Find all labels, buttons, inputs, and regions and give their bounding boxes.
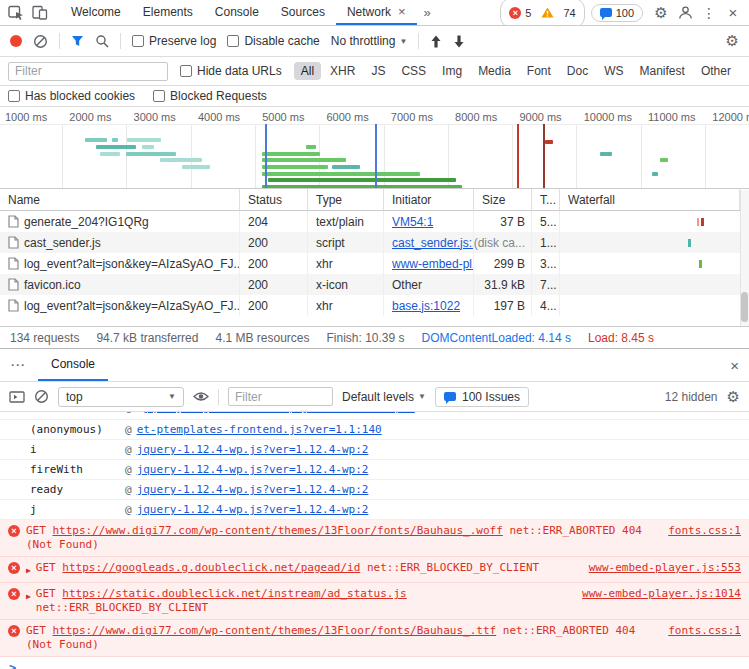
column-header-status[interactable]: Status	[240, 189, 308, 210]
source-link[interactable]: jquery-migrate-1.4.1-wp.js?ver=1.4.1-wp:…	[143, 412, 415, 414]
network-filter-input[interactable]	[8, 62, 168, 81]
console-error-row[interactable]: ×▶GET https://googleads.g.doubleclick.ne…	[0, 557, 749, 583]
has-blocked-cookies-checkbox[interactable]: Has blocked cookies	[8, 89, 135, 103]
log-levels-dropdown[interactable]: Default levels ▼	[342, 390, 426, 404]
type-filter-media[interactable]: Media	[471, 62, 518, 80]
stack-frame-row[interactable]: ready@jquery-1.12.4-wp.js?ver=1.12.4-wp:…	[0, 480, 749, 500]
stack-frame-row[interactable]: i@jquery-1.12.4-wp.js?ver=1.12.4-wp:2	[0, 440, 749, 460]
request-row[interactable]: log_event?alt=json&key=AIzaSyAO_FJ...200…	[0, 295, 740, 316]
issues-badge[interactable]: 100	[591, 4, 643, 22]
type-filter-img[interactable]: Img	[435, 62, 469, 80]
error-source-link[interactable]: www-embed-player.js:553	[589, 561, 741, 575]
column-header-size[interactable]: Size	[474, 189, 532, 210]
close-drawer-icon[interactable]: ×	[730, 357, 739, 374]
console-settings-gear-icon[interactable]: ⚙	[727, 388, 740, 406]
overview-waterfall-bar	[127, 138, 161, 142]
tab-console[interactable]: Console	[204, 0, 270, 25]
table-scrollbar[interactable]	[740, 190, 749, 326]
hide-data-urls-checkbox[interactable]: Hide data URLs	[180, 64, 282, 78]
column-header-initiator[interactable]: Initiator	[384, 189, 474, 210]
drawer-tab-console[interactable]: Console	[38, 349, 108, 381]
create-live-expression-eye-icon[interactable]	[193, 391, 209, 402]
network-filter-funnel-icon[interactable]	[71, 35, 84, 47]
profile-icon[interactable]	[673, 1, 697, 25]
type-filter-ws[interactable]: WS	[597, 62, 630, 80]
initiator-link[interactable]: VM54:1	[392, 215, 433, 229]
type-filter-font[interactable]: Font	[520, 62, 558, 80]
drawer-menu-dots-icon[interactable]: ⋯	[10, 356, 26, 374]
type-filter-manifest[interactable]: Manifest	[633, 62, 692, 80]
clear-console-icon[interactable]	[34, 389, 49, 404]
source-link[interactable]: jquery-1.12.4-wp.js?ver=1.12.4-wp:2	[137, 463, 369, 476]
tab-label: Welcome	[71, 5, 121, 19]
clear-network-log-icon[interactable]	[33, 34, 48, 49]
column-header-waterfall[interactable]: Waterfall	[560, 189, 740, 210]
error-source-link[interactable]: fonts.css:1	[668, 524, 741, 538]
source-link[interactable]: jquery-1.12.4-wp.js?ver=1.12.4-wp:2	[137, 503, 369, 516]
expand-triangle-icon[interactable]: ▶	[26, 564, 31, 578]
source-link[interactable]: jquery-1.12.4-wp.js?ver=1.12.4-wp:2	[137, 483, 369, 496]
import-har-icon[interactable]	[430, 35, 442, 48]
expand-triangle-icon[interactable]: ▶	[26, 590, 31, 604]
type-filter-doc[interactable]: Doc	[560, 62, 595, 80]
issues-counter-button[interactable]: 100 Issues	[435, 387, 529, 407]
overview-pane[interactable]: 1000 ms2000 ms3000 ms4000 ms5000 ms6000 …	[0, 107, 749, 189]
javascript-context-dropdown[interactable]: top ▼	[58, 387, 184, 407]
initiator-link[interactable]: cast_sender.js:10	[392, 236, 474, 250]
tab-close-icon[interactable]: ×	[398, 5, 406, 18]
source-link[interactable]: jquery-1.12.4-wp.js?ver=1.12.4-wp:2	[137, 443, 369, 456]
type-filter-js[interactable]: JS	[364, 62, 392, 80]
console-messages[interactable]: @ jquery-migrate-1.4.1-wp.js?ver=1.4.1-w…	[0, 412, 749, 669]
error-source-link[interactable]: www-embed-player.js:1014	[582, 587, 741, 601]
type-filter-css[interactable]: CSS	[394, 62, 433, 80]
disable-cache-checkbox[interactable]: Disable cache	[227, 34, 319, 48]
console-sidebar-toggle-icon[interactable]	[9, 391, 25, 403]
request-row[interactable]: cast_sender.js200scriptcast_sender.js:10…	[0, 232, 740, 253]
error-url-link[interactable]: https://googleads.g.doubleclick.net/page…	[62, 561, 360, 574]
table-scrollbar-thumb[interactable]	[741, 292, 748, 322]
type-filter-all[interactable]: All	[294, 62, 321, 80]
column-header-t[interactable]: T...	[532, 189, 560, 210]
column-header-type[interactable]: Type	[308, 189, 384, 210]
console-error-row[interactable]: ×▶GET https://static.doubleclick.net/ins…	[0, 583, 749, 620]
export-har-icon[interactable]	[453, 35, 465, 48]
initiator-link[interactable]: base.js:1022	[392, 299, 460, 313]
throttling-dropdown[interactable]: No throttling ▼	[331, 34, 408, 48]
tab-welcome[interactable]: Welcome	[60, 0, 132, 25]
preserve-log-checkbox[interactable]: Preserve log	[132, 34, 216, 48]
more-tabs-icon[interactable]: »	[417, 5, 438, 20]
type-filter-other[interactable]: Other	[694, 62, 738, 80]
close-devtools-icon[interactable]: ×	[721, 1, 745, 25]
error-url-link[interactable]: https://www.digi77.com/wp-content/themes…	[53, 624, 497, 637]
tab-sources[interactable]: Sources	[270, 0, 336, 25]
type-filter-xhr[interactable]: XHR	[323, 62, 362, 80]
column-header-name[interactable]: Name	[0, 189, 240, 210]
record-network-log-button[interactable]	[10, 35, 22, 47]
stack-frame-row[interactable]: j@jquery-1.12.4-wp.js?ver=1.12.4-wp:2	[0, 500, 749, 520]
console-filter-input[interactable]	[228, 387, 333, 406]
stack-frame-row[interactable]: fireWith@jquery-1.12.4-wp.js?ver=1.12.4-…	[0, 460, 749, 480]
network-search-icon[interactable]	[95, 34, 109, 48]
tab-elements[interactable]: Elements	[132, 0, 204, 25]
error-url-link[interactable]: https://www.digi77.com/wp-content/themes…	[53, 524, 503, 537]
network-settings-gear-icon[interactable]: ⚙	[726, 32, 739, 50]
console-error-row[interactable]: ×GET https://www.digi77.com/wp-content/t…	[0, 520, 749, 557]
cell-time: 1...	[532, 232, 560, 253]
initiator-link[interactable]: www-embed-pl...	[392, 257, 474, 271]
source-link[interactable]: et-ptemplates-frontend.js?ver=1.1:140	[137, 423, 382, 436]
request-row[interactable]: generate_204?IG1QRg204text/plainVM54:137…	[0, 211, 740, 232]
inspect-element-icon[interactable]	[4, 1, 28, 25]
console-error-row[interactable]: ×GET https://www.digi77.com/wp-content/t…	[0, 620, 749, 657]
request-row[interactable]: favicon.ico200x-iconOther31.9 kB7...	[0, 274, 740, 295]
console-prompt[interactable]: >	[0, 657, 749, 669]
request-row[interactable]: log_event?alt=json&key=AIzaSyAO_FJ...200…	[0, 253, 740, 274]
blocked-requests-checkbox[interactable]: Blocked Requests	[153, 89, 267, 103]
tab-network[interactable]: Network×	[336, 0, 417, 25]
device-toolbar-icon[interactable]	[28, 1, 52, 25]
stack-frame-row[interactable]: (anonymous)@et-ptemplates-frontend.js?ve…	[0, 420, 749, 440]
errors-warnings-badge[interactable]: × 5 74	[500, 0, 584, 28]
error-source-link[interactable]: fonts.css:1	[668, 624, 741, 638]
error-url-link[interactable]: https://static.doubleclick.net/instream/…	[62, 587, 406, 600]
settings-gear-icon[interactable]: ⚙	[649, 1, 673, 25]
main-menu-dots-icon[interactable]: ⋮	[697, 1, 721, 25]
